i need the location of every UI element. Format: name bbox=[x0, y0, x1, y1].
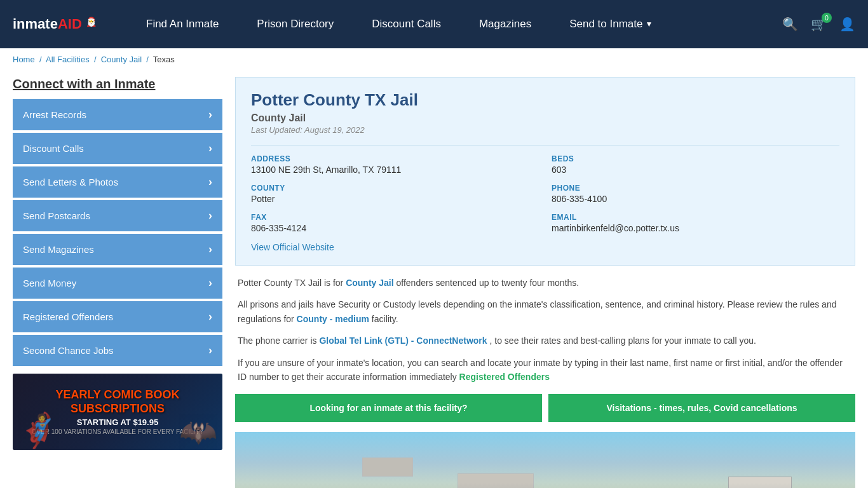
sidebar-advertisement[interactable]: 🦸 🦇 YEARLY COMIC BOOK SUBSCRIPTIONS STAR… bbox=[13, 374, 222, 450]
cart-badge: 0 bbox=[822, 13, 832, 23]
official-website-row: View Official Website bbox=[251, 242, 839, 252]
sidebar-item-send-money[interactable]: Send Money › bbox=[13, 268, 222, 299]
breadcrumb-home[interactable]: Home bbox=[13, 55, 35, 64]
county-jail-link[interactable]: County Jail bbox=[346, 278, 393, 288]
find-inmate-button[interactable]: Looking for an inmate at this facility? bbox=[235, 394, 542, 422]
sidebar-item-discount-calls[interactable]: Discount Calls › bbox=[13, 133, 222, 164]
sidebar-label-registered-offenders: Registered Offenders bbox=[23, 311, 113, 322]
detail-beds: BEDS 603 bbox=[552, 154, 839, 175]
facility-photo bbox=[235, 432, 855, 488]
detail-phone: PHONE 806-335-4100 bbox=[552, 184, 839, 204]
breadcrumb-county-jail[interactable]: County Jail bbox=[101, 55, 142, 64]
phone-label: PHONE bbox=[552, 184, 839, 193]
chevron-right-icon: › bbox=[208, 344, 212, 357]
ad-title-line1: YEARLY COMIC BOOK bbox=[32, 388, 204, 402]
nav-prison-directory[interactable]: Prison Directory bbox=[238, 18, 353, 30]
sidebar-label-send-postcards: Send Postcards bbox=[23, 210, 90, 221]
chevron-right-icon: › bbox=[208, 142, 212, 155]
county-value: Potter bbox=[251, 194, 539, 204]
chevron-right-icon: › bbox=[208, 108, 212, 121]
cart-icon[interactable]: 🛒 0 bbox=[811, 17, 827, 32]
sidebar-label-send-letters: Send Letters & Photos bbox=[23, 177, 118, 187]
user-icon[interactable]: 👤 bbox=[839, 17, 855, 32]
header-icons: 🔍 🛒 0 👤 bbox=[782, 17, 855, 32]
facility-name: Potter County TX Jail bbox=[251, 90, 839, 110]
dropdown-arrow-icon: ▼ bbox=[645, 20, 653, 29]
breadcrumb: Home / All Facilities / County Jail / Te… bbox=[13, 55, 855, 64]
chevron-right-icon: › bbox=[208, 310, 212, 323]
nav-magazines[interactable]: Magazines bbox=[460, 18, 550, 30]
sidebar: Connect with an Inmate Arrest Records › … bbox=[13, 77, 222, 488]
facility-details: ADDRESS 13100 NE 29th St, Amarillo, TX 7… bbox=[251, 145, 839, 233]
fax-label: FAX bbox=[251, 213, 539, 222]
sidebar-label-send-magazines: Send Magazines bbox=[23, 244, 94, 255]
breadcrumb-texas: Texas bbox=[153, 55, 175, 64]
chevron-right-icon: › bbox=[208, 175, 212, 189]
desc-para1-pre: Potter County TX Jail is for bbox=[238, 278, 346, 288]
sidebar-item-registered-offenders[interactable]: Registered Offenders › bbox=[13, 301, 222, 332]
sidebar-item-send-postcards[interactable]: Send Postcards › bbox=[13, 200, 222, 231]
address-label: ADDRESS bbox=[251, 154, 539, 163]
ad-content: 🦸 🦇 YEARLY COMIC BOOK SUBSCRIPTIONS STAR… bbox=[25, 382, 210, 441]
nav-send-to-inmate[interactable]: Send to Inmate ▼ bbox=[550, 18, 672, 30]
detail-address: ADDRESS 13100 NE 29th St, Amarillo, TX 7… bbox=[251, 154, 539, 175]
address-value: 13100 NE 29th St, Amarillo, TX 79111 bbox=[251, 165, 539, 175]
email-value: martinbirkenfeld@co.potter.tx.us bbox=[552, 223, 839, 233]
sidebar-label-discount-calls: Discount Calls bbox=[23, 143, 84, 154]
desc-para2-post: facility. bbox=[372, 314, 398, 324]
visitations-button[interactable]: Visitations - times, rules, Covid cancel… bbox=[548, 394, 855, 422]
logo-text: inmateAID 🎅 bbox=[13, 16, 97, 32]
email-label: EMAIL bbox=[552, 213, 839, 222]
sidebar-item-send-magazines[interactable]: Send Magazines › bbox=[13, 234, 222, 265]
registered-offenders-link[interactable]: Registered Offenders bbox=[459, 372, 550, 382]
fax-value: 806-335-4124 bbox=[251, 223, 539, 233]
sidebar-label-send-money: Send Money bbox=[23, 278, 76, 288]
action-buttons: Looking for an inmate at this facility? … bbox=[235, 394, 855, 422]
description-para1: Potter County TX Jail is for County Jail… bbox=[238, 276, 853, 290]
nav-discount-calls[interactable]: Discount Calls bbox=[353, 18, 460, 30]
detail-county: COUNTY Potter bbox=[251, 184, 539, 204]
facility-type: County Jail bbox=[251, 112, 839, 124]
sidebar-item-arrest-records[interactable]: Arrest Records › bbox=[13, 99, 222, 130]
description-para3: The phone carrier is Global Tel Link (GT… bbox=[238, 334, 853, 348]
chevron-right-icon: › bbox=[208, 243, 212, 256]
description-block: Potter County TX Jail is for County Jail… bbox=[235, 276, 855, 384]
site-header: inmateAID 🎅 Find An Inmate Prison Direct… bbox=[0, 0, 868, 48]
gtl-link[interactable]: Global Tel Link (GTL) - ConnectNetwork bbox=[319, 336, 487, 346]
description-para4: If you are unsure of your inmate's locat… bbox=[238, 356, 853, 384]
desc-para3-pre: The phone carrier is bbox=[238, 336, 319, 346]
beds-label: BEDS bbox=[552, 154, 839, 163]
logo-hat: 🎅 bbox=[86, 17, 97, 27]
description-para2: All prisons and jails have Security or C… bbox=[238, 297, 853, 326]
breadcrumb-all-facilities[interactable]: All Facilities bbox=[46, 55, 90, 64]
photo-overlay bbox=[235, 483, 855, 488]
main-nav: Find An Inmate Prison Directory Discount… bbox=[127, 18, 782, 30]
desc-para3-post: , to see their rates and best-calling pl… bbox=[490, 336, 756, 346]
breadcrumb-bar: Home / All Facilities / County Jail / Te… bbox=[0, 48, 868, 71]
search-icon[interactable]: 🔍 bbox=[782, 17, 798, 32]
nav-find-inmate[interactable]: Find An Inmate bbox=[127, 18, 238, 30]
detail-email: EMAIL martinbirkenfeld@co.potter.tx.us bbox=[552, 213, 839, 233]
detail-fax: FAX 806-335-4124 bbox=[251, 213, 539, 233]
county-label: COUNTY bbox=[251, 184, 539, 193]
main-layout: Connect with an Inmate Arrest Records › … bbox=[0, 71, 868, 488]
desc-para1-post: offenders sentenced up to twenty four mo… bbox=[397, 278, 580, 288]
main-content: Potter County TX Jail County Jail Last U… bbox=[235, 77, 855, 488]
phone-value: 806-335-4100 bbox=[552, 194, 839, 204]
logo[interactable]: inmateAID 🎅 bbox=[13, 16, 108, 32]
sidebar-label-arrest-records: Arrest Records bbox=[23, 109, 86, 120]
facility-last-updated: Last Updated: August 19, 2022 bbox=[251, 125, 839, 135]
beds-value: 603 bbox=[552, 165, 839, 175]
chevron-right-icon: › bbox=[208, 209, 212, 222]
facility-card: Potter County TX Jail County Jail Last U… bbox=[235, 77, 855, 266]
chevron-right-icon: › bbox=[208, 276, 212, 290]
sidebar-item-send-letters[interactable]: Send Letters & Photos › bbox=[13, 166, 222, 198]
sidebar-title: Connect with an Inmate bbox=[13, 77, 222, 92]
sidebar-item-second-chance-jobs[interactable]: Second Chance Jobs › bbox=[13, 335, 222, 366]
official-website-link[interactable]: View Official Website bbox=[251, 242, 334, 252]
county-medium-link[interactable]: County - medium bbox=[297, 314, 369, 324]
sidebar-label-second-chance-jobs: Second Chance Jobs bbox=[23, 345, 114, 356]
